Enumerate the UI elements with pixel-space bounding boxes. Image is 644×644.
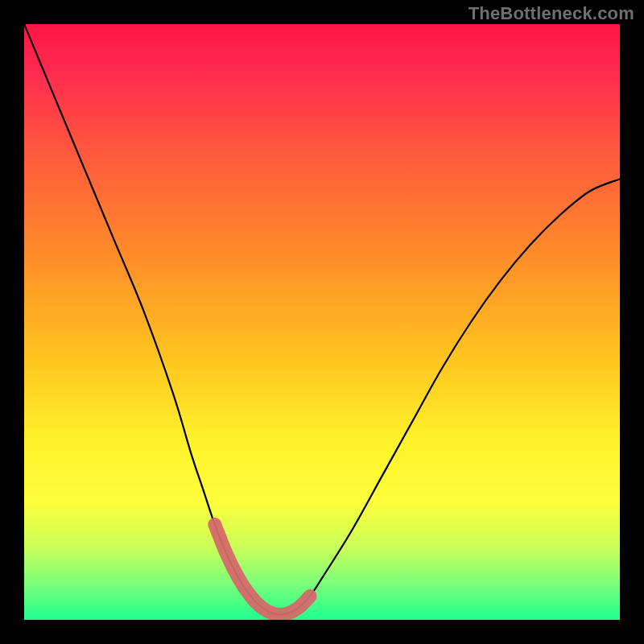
watermark-text: TheBottleneck.com bbox=[469, 3, 634, 24]
chart-frame: TheBottleneck.com bbox=[0, 0, 644, 644]
plot-svg bbox=[24, 24, 620, 620]
plot-area bbox=[24, 24, 620, 620]
gradient-background bbox=[24, 24, 620, 620]
